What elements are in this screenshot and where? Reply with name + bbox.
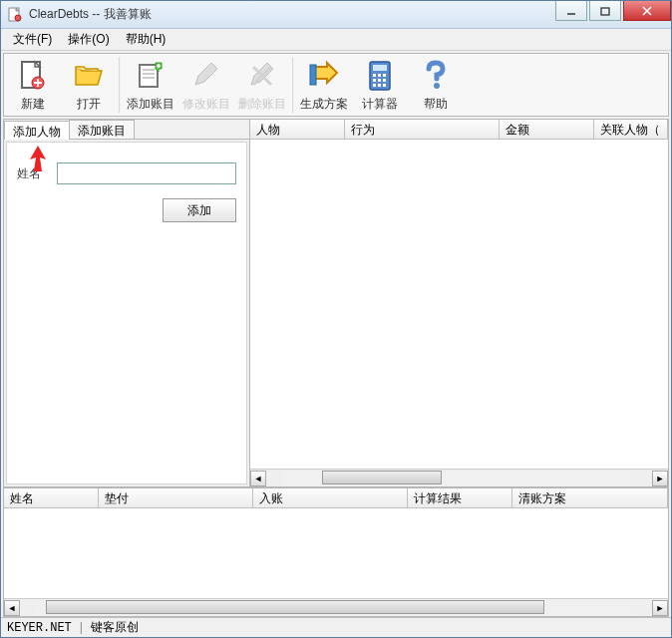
- tab-add-person[interactable]: 添加人物: [4, 121, 70, 140]
- app-icon: [7, 7, 23, 23]
- upper-hscrollbar[interactable]: ◄ ►: [250, 469, 668, 486]
- upper-table-pane: 人物 行为 金额 关联人物（ ◄ ►: [250, 119, 669, 487]
- tool-calculator-label: 计算器: [362, 96, 398, 113]
- tab-add-account[interactable]: 添加账目: [69, 120, 135, 139]
- scroll-track[interactable]: [36, 600, 636, 616]
- svg-rect-23: [383, 74, 386, 77]
- scroll-left-icon[interactable]: ◄: [250, 471, 266, 486]
- svg-rect-24: [373, 79, 376, 82]
- new-file-icon: [15, 58, 51, 94]
- left-tabs: 添加人物 添加账目: [4, 120, 249, 140]
- window-title: ClearDebts -- 我善算账: [29, 6, 553, 23]
- th-advance[interactable]: 垫付: [99, 488, 253, 507]
- delete-account-icon: [244, 58, 280, 94]
- th-amount[interactable]: 金额: [500, 120, 594, 139]
- tool-open[interactable]: 打开: [61, 55, 117, 115]
- tool-add-account-label: 添加账目: [127, 96, 174, 113]
- scroll-track[interactable]: [282, 471, 636, 486]
- lower-table-pane: 姓名 垫付 入账 计算结果 清账方案 ◄ ►: [3, 487, 669, 617]
- tab-content-add-person: 姓名 添加: [6, 142, 247, 484]
- app-window: ClearDebts -- 我善算账 文件(F) 操作(O) 帮助(H) 新建 …: [0, 0, 672, 638]
- tool-gen-plan-label: 生成方案: [300, 96, 348, 113]
- svg-point-30: [434, 83, 440, 89]
- calculator-icon: [362, 58, 398, 94]
- tool-new-label: 新建: [21, 96, 45, 113]
- tool-new[interactable]: 新建: [5, 55, 61, 115]
- left-panel: 添加人物 添加账目 姓名 添加: [3, 119, 250, 487]
- scroll-right-icon[interactable]: ►: [652, 471, 668, 486]
- scroll-thumb[interactable]: [322, 471, 442, 484]
- add-account-icon: [133, 58, 168, 94]
- svg-rect-29: [383, 84, 386, 87]
- svg-point-1: [15, 15, 21, 21]
- th-calc[interactable]: 计算结果: [408, 488, 512, 507]
- svg-rect-25: [378, 79, 381, 82]
- scroll-left-icon[interactable]: ◄: [4, 600, 20, 616]
- scroll-right-icon[interactable]: ►: [652, 600, 668, 616]
- th-person[interactable]: 人物: [250, 120, 345, 139]
- tool-help[interactable]: 帮助: [408, 55, 464, 115]
- th-related[interactable]: 关联人物（: [594, 120, 668, 139]
- th-action[interactable]: 行为: [345, 120, 500, 139]
- upper-table-body[interactable]: [250, 140, 668, 469]
- svg-rect-28: [378, 84, 381, 87]
- gen-plan-icon: [306, 58, 342, 94]
- toolbar-separator: [119, 57, 121, 113]
- add-button[interactable]: 添加: [163, 198, 236, 222]
- main-area: 添加人物 添加账目 姓名 添加 人物 行为: [3, 119, 669, 617]
- minimize-button[interactable]: [555, 1, 587, 21]
- toolbar-separator: [292, 57, 294, 113]
- tool-gen-plan[interactable]: 生成方案: [296, 55, 352, 115]
- tool-delete-account-label: 删除账目: [238, 96, 286, 113]
- th-plan[interactable]: 清账方案: [512, 488, 668, 507]
- help-icon: [418, 58, 454, 94]
- window-buttons: [553, 1, 671, 28]
- upper-table-header: 人物 行为 金额 关联人物（: [250, 120, 668, 140]
- edit-account-icon: [188, 58, 224, 94]
- close-button[interactable]: [623, 1, 671, 21]
- menubar: 文件(F) 操作(O) 帮助(H): [1, 29, 671, 51]
- svg-rect-21: [373, 74, 376, 77]
- tool-edit-account-label: 修改账目: [182, 96, 230, 113]
- menu-operate[interactable]: 操作(O): [60, 29, 117, 50]
- status-separator: |: [78, 621, 85, 635]
- tool-add-account[interactable]: 添加账目: [123, 55, 178, 115]
- status-left: KEYER.NET: [7, 621, 72, 635]
- svg-rect-26: [383, 79, 386, 82]
- scroll-thumb[interactable]: [46, 600, 544, 614]
- toolbar: 新建 打开 添加账目 修改账目 删除账目: [3, 53, 669, 117]
- open-folder-icon: [71, 58, 107, 94]
- tool-calculator[interactable]: 计算器: [352, 55, 408, 115]
- svg-rect-27: [373, 84, 376, 87]
- upper-split: 添加人物 添加账目 姓名 添加 人物 行为: [3, 119, 669, 487]
- svg-rect-3: [601, 8, 609, 15]
- th-income[interactable]: 入账: [253, 488, 408, 507]
- svg-rect-20: [373, 65, 387, 71]
- name-input[interactable]: [57, 162, 236, 184]
- tool-open-label: 打开: [77, 96, 101, 113]
- svg-rect-10: [140, 65, 158, 87]
- tool-help-label: 帮助: [424, 96, 448, 113]
- th-name[interactable]: 姓名: [4, 488, 99, 507]
- status-right: 键客原创: [91, 619, 139, 636]
- lower-hscrollbar[interactable]: ◄ ►: [4, 598, 668, 616]
- statusbar: KEYER.NET | 键客原创: [1, 617, 671, 637]
- maximize-button[interactable]: [589, 1, 621, 21]
- lower-table-header: 姓名 垫付 入账 计算结果 清账方案: [4, 488, 668, 508]
- menu-file[interactable]: 文件(F): [5, 29, 60, 50]
- titlebar: ClearDebts -- 我善算账: [1, 1, 671, 29]
- form-row-add: 添加: [17, 198, 236, 222]
- menu-help[interactable]: 帮助(H): [118, 29, 174, 50]
- svg-rect-18: [310, 65, 316, 85]
- lower-table-body[interactable]: [4, 508, 668, 598]
- svg-rect-22: [378, 74, 381, 77]
- name-label: 姓名: [17, 165, 57, 182]
- tool-edit-account: 修改账目: [178, 55, 234, 115]
- tool-delete-account: 删除账目: [234, 55, 290, 115]
- form-row-name: 姓名: [17, 162, 236, 184]
